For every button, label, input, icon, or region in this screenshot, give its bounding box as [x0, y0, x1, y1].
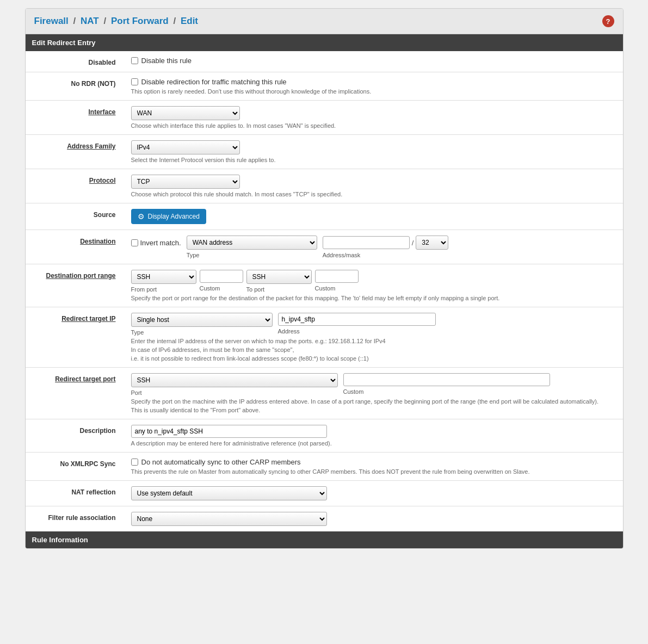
source-value-cell: ⚙ Display Advanced [124, 203, 623, 230]
destination-type-select[interactable]: WAN address Single host or alias LAN sub… [187, 236, 317, 250]
redirect-addr-group: Address [278, 313, 436, 335]
dest-port-range-label-link[interactable]: Destination port range [46, 272, 115, 280]
disabled-checkbox-row: Disable this rule [131, 57, 615, 65]
source-row: Source ⚙ Display Advanced [26, 203, 623, 230]
breadcrumb: Firewall / NAT / Port Forward / Edit [34, 16, 199, 27]
no-rdr-help: This option is rarely needed. Don't use … [131, 88, 615, 95]
address-family-label: Address Family [26, 135, 124, 169]
redirect-target-ip-help2: In case of IPv6 addresses, in must be fr… [131, 346, 615, 353]
filter-rule-assoc-select[interactable]: None Pass Add associated filter rule [131, 512, 327, 526]
source-label: Source [26, 203, 124, 230]
redirect-port-select[interactable]: SSH HTTP HTTPS Custom [131, 373, 338, 387]
address-family-help: Select the Internet Protocol version thi… [131, 157, 615, 163]
redirect-target-ip-label-link[interactable]: Redirect target IP [61, 315, 115, 323]
no-rdr-row: No RDR (NOT) Disable redirection for tra… [26, 72, 623, 101]
breadcrumb-edit[interactable]: Edit [181, 16, 198, 26]
destination-label-link[interactable]: Destination [80, 238, 115, 245]
destination-type-group: WAN address Single host or alias LAN sub… [187, 236, 317, 258]
redirect-port-sublabel: Port [131, 389, 338, 396]
destination-invert-group: Invert match. [131, 236, 181, 247]
no-rdr-label: No RDR (NOT) [26, 72, 124, 101]
redirect-target-port-row: Redirect target port SSH HTTP HTTPS Cust… [26, 368, 623, 419]
disabled-row: Disabled Disable this rule [26, 51, 623, 72]
no-xmlrpc-checkbox-row: Do not automatically sync to other CARP … [131, 458, 615, 466]
destination-mask-select[interactable]: 32 24 [416, 236, 448, 250]
redirect-type-select[interactable]: Single host Alias [131, 313, 273, 327]
nat-reflection-select[interactable]: Use system default Enable Disable [131, 486, 327, 500]
redirect-custom-group: Custom [343, 373, 550, 395]
to-custom-sublabel: Custom [315, 285, 359, 292]
redirect-target-ip-row: Redirect target IP Single host Alias Typ… [26, 307, 623, 368]
from-port-sublabel: From port [131, 286, 196, 293]
from-port-group: SSH HTTP HTTPS Custom From port [131, 270, 196, 293]
redirect-port-select-group: SSH HTTP HTTPS Custom Port [131, 373, 338, 396]
breadcrumb-bar: Firewall / NAT / Port Forward / Edit ? [26, 9, 623, 34]
breadcrumb-sep1: / [73, 16, 76, 26]
description-row: Description A description may be entered… [26, 419, 623, 453]
redirect-target-ip-value-cell: Single host Alias Type Address Enter the… [124, 307, 623, 368]
disabled-checkbox[interactable] [131, 57, 138, 64]
protocol-label-link[interactable]: Protocol [89, 177, 116, 184]
redirect-target-port-label-link[interactable]: Redirect target port [55, 375, 115, 383]
redirect-custom-input[interactable] [343, 373, 550, 386]
redirect-target-port-label: Redirect target port [26, 368, 124, 419]
no-rdr-value-cell: Disable redirection for traffic matching… [124, 72, 623, 101]
address-family-select[interactable]: IPv4 IPv6 IPv4+IPv6 [131, 140, 240, 154]
interface-label-link[interactable]: Interface [88, 108, 115, 116]
destination-invert-checkbox[interactable] [131, 239, 138, 246]
to-port-sublabel: To port [246, 286, 312, 293]
port-range-content-row: SSH HTTP HTTPS Custom From port Custom [131, 270, 615, 293]
destination-row: Destination Invert match. WAN address Si… [26, 230, 623, 264]
redirect-target-ip-help3: i.e. it is not possible to redirect from… [131, 355, 615, 362]
breadcrumb-firewall[interactable]: Firewall [34, 16, 69, 26]
no-xmlrpc-value-cell: Do not automatically sync to other CARP … [124, 453, 623, 481]
breadcrumb-sep2: / [103, 16, 106, 26]
breadcrumb-sep3: / [173, 16, 176, 26]
redirect-addr-input[interactable] [278, 313, 436, 326]
display-advanced-button[interactable]: ⚙ Display Advanced [131, 209, 206, 224]
address-family-label-link[interactable]: Address Family [67, 143, 115, 150]
destination-value-cell: Invert match. WAN address Single host or… [124, 230, 623, 264]
no-xmlrpc-checkbox[interactable] [131, 459, 138, 466]
no-rdr-checkbox[interactable] [131, 78, 138, 85]
disabled-checkbox-label: Disable this rule [141, 57, 192, 65]
from-custom-input[interactable] [200, 270, 243, 283]
redirect-ip-content-row: Single host Alias Type Address [131, 313, 615, 336]
description-input[interactable] [131, 425, 327, 438]
protocol-row: Protocol TCP UDP TCP/UDP ICMP Any Choose… [26, 169, 623, 203]
disabled-label: Disabled [26, 51, 124, 72]
address-family-value-cell: IPv4 IPv6 IPv4+IPv6 Select the Internet … [124, 135, 623, 169]
section-header: Edit Redirect Entry [26, 34, 623, 51]
destination-label: Destination [26, 230, 124, 264]
destination-invert-label: Invert match. [140, 239, 181, 247]
redirect-target-ip-help1: Enter the internal IP address of the ser… [131, 338, 615, 344]
protocol-help: Choose which protocol this rule should m… [131, 191, 615, 197]
redirect-custom-sublabel: Custom [343, 388, 550, 395]
nat-reflection-label: NAT reflection [26, 481, 124, 506]
address-family-row: Address Family IPv4 IPv6 IPv4+IPv6 Selec… [26, 135, 623, 169]
breadcrumb-nat[interactable]: NAT [81, 16, 99, 26]
help-icon[interactable]: ? [602, 15, 614, 27]
to-custom-input[interactable] [315, 270, 359, 283]
no-xmlrpc-help: This prevents the rule on Master from au… [131, 468, 615, 475]
description-label: Description [26, 419, 124, 453]
redirect-target-port-value-cell: SSH HTTP HTTPS Custom Port Custom Specif… [124, 368, 623, 419]
nat-reflection-value-cell: Use system default Enable Disable [124, 481, 623, 506]
redirect-target-port-help1: Specify the port on the machine with the… [131, 398, 615, 405]
redirect-target-port-help2: This is usually identical to the "From p… [131, 407, 615, 413]
destination-addr-input[interactable] [323, 236, 410, 249]
from-port-select[interactable]: SSH HTTP HTTPS Custom [131, 270, 196, 284]
interface-select[interactable]: WAN LAN [131, 106, 240, 120]
protocol-value-cell: TCP UDP TCP/UDP ICMP Any Choose which pr… [124, 169, 623, 203]
filter-rule-assoc-label: Filter rule association [26, 506, 124, 532]
from-custom-sublabel: Custom [200, 285, 243, 292]
no-xmlrpc-row: No XMLRPC Sync Do not automatically sync… [26, 453, 623, 481]
destination-addr-sublabel: Address/mask [323, 252, 449, 258]
to-port-select[interactable]: SSH HTTP HTTPS Custom [246, 270, 312, 284]
form-table: Disabled Disable this rule No RDR (NOT) … [26, 51, 623, 531]
breadcrumb-portforward[interactable]: Port Forward [111, 16, 169, 26]
to-custom-group: Custom [315, 270, 359, 292]
protocol-select[interactable]: TCP UDP TCP/UDP ICMP Any [131, 175, 240, 189]
disabled-value-cell: Disable this rule [124, 51, 623, 72]
rule-info-section-header: Rule Information [26, 531, 623, 548]
